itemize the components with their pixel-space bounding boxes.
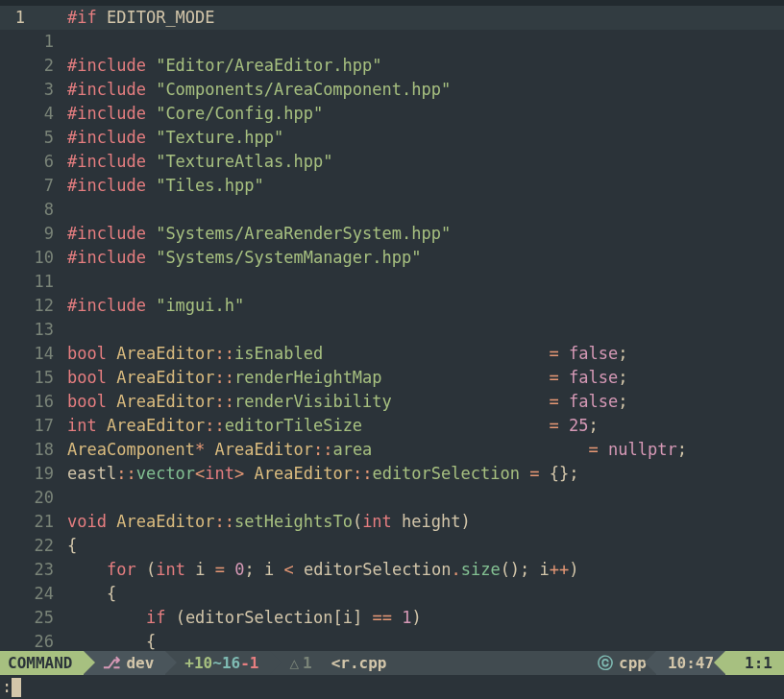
code-line[interactable]: 10#include "Systems/SystemManager.hpp" <box>0 246 784 270</box>
code-content[interactable]: #include "imgui.h" <box>58 294 784 318</box>
code-content[interactable]: #include "Editor/AreaEditor.hpp" <box>58 54 784 78</box>
gutter-relative: 18 <box>29 438 58 462</box>
code-line[interactable]: 22{ <box>0 534 784 558</box>
gutter-relative: 10 <box>29 246 58 270</box>
git-diff-segment: +10 ~16 -1 <box>165 651 270 675</box>
code-line[interactable]: 11 <box>0 270 784 294</box>
code-content[interactable]: bool AreaEditor::renderHeightMap = false… <box>58 366 784 390</box>
code-content[interactable]: #if EDITOR_MODE <box>58 6 784 30</box>
code-line[interactable]: 19eastl::vector<int> AreaEditor::editorS… <box>0 462 784 486</box>
code-content[interactable]: eastl::vector<int> AreaEditor::editorSel… <box>58 462 784 486</box>
code-line[interactable]: 20 <box>0 486 784 510</box>
gutter-relative: 9 <box>29 222 58 246</box>
gutter-relative: 25 <box>29 606 58 630</box>
gutter-relative: 15 <box>29 366 58 390</box>
command-line[interactable]: : <box>0 675 784 699</box>
gutter-relative: 11 <box>29 270 58 294</box>
gutter-relative: 12 <box>29 294 58 318</box>
code-content[interactable]: #include "Texture.hpp" <box>58 126 784 150</box>
code-line[interactable]: 23 for (int i = 0; i < editorSelection.s… <box>0 558 784 582</box>
filename-segment: <r.cpp <box>322 651 588 675</box>
git-branch-icon: ⎇ <box>103 651 120 675</box>
command-prompt: : <box>2 675 12 699</box>
gutter-relative: 8 <box>29 198 58 222</box>
code-line[interactable]: 18AreaComponent* AreaEditor::area = null… <box>0 438 784 462</box>
gutter-relative: 19 <box>29 462 58 486</box>
code-content[interactable]: bool AreaEditor::renderVisibility = fals… <box>58 390 784 414</box>
code-content[interactable]: if (editorSelection[i] == 1) <box>58 606 784 630</box>
gutter-relative: 4 <box>29 102 58 126</box>
gutter-relative: 6 <box>29 150 58 174</box>
gutter-relative: 21 <box>29 510 58 534</box>
git-branch-segment: ⎇ dev <box>84 651 165 675</box>
code-line[interactable]: 12#include "imgui.h" <box>0 294 784 318</box>
clock-label: 10:47 <box>668 651 714 675</box>
gutter-relative: 3 <box>29 78 58 102</box>
code-content[interactable]: #include "Systems/AreaRenderSystem.hpp" <box>58 222 784 246</box>
code-line[interactable]: 9#include "Systems/AreaRenderSystem.hpp" <box>0 222 784 246</box>
git-modified: ~16 <box>212 651 240 675</box>
code-content[interactable]: #include "Components/AreaComponent.hpp" <box>58 78 784 102</box>
code-line[interactable]: 25 if (editorSelection[i] == 1) <box>0 606 784 630</box>
code-line[interactable]: 21void AreaEditor::setHeightsTo(int heig… <box>0 510 784 534</box>
code-line[interactable]: 15bool AreaEditor::renderHeightMap = fal… <box>0 366 784 390</box>
code-content[interactable]: #include "Systems/SystemManager.hpp" <box>58 246 784 270</box>
gutter-relative: 7 <box>29 174 58 198</box>
gutter-relative: 17 <box>29 414 58 438</box>
gutter-relative: 2 <box>29 54 58 78</box>
cpp-icon: ⓒ <box>598 651 613 675</box>
git-deleted: -1 <box>240 651 258 675</box>
cursor-position-label: 1:1 <box>745 651 772 675</box>
statusline: COMMAND ⎇ dev +10 ~16 -1 △ 1 <r.cpp ⓒ cp… <box>0 651 784 675</box>
code-line[interactable]: 1#if EDITOR_MODE <box>0 6 784 30</box>
code-line[interactable]: 2#include "Editor/AreaEditor.hpp" <box>0 54 784 78</box>
filetype-label: cpp <box>619 651 647 675</box>
code-content[interactable]: #include "Tiles.hpp" <box>58 174 784 198</box>
git-added: +10 <box>184 651 212 675</box>
code-line[interactable]: 17int AreaEditor::editorTileSize = 25; <box>0 414 784 438</box>
code-content[interactable]: void AreaEditor::setHeightsTo(int height… <box>58 510 784 534</box>
code-line[interactable]: 7#include "Tiles.hpp" <box>0 174 784 198</box>
code-content[interactable]: #include "Core/Config.hpp" <box>58 102 784 126</box>
gutter-relative: 13 <box>29 318 58 342</box>
code-content[interactable]: #include "TextureAtlas.hpp" <box>58 150 784 174</box>
code-area[interactable]: 1#if EDITOR_MODE12#include "Editor/AreaE… <box>0 6 784 654</box>
code-line[interactable]: 14bool AreaEditor::isEnabled = false; <box>0 342 784 366</box>
editor-pane[interactable]: 1#if EDITOR_MODE12#include "Editor/AreaE… <box>0 0 784 699</box>
code-content[interactable]: for (int i = 0; i < editorSelection.size… <box>58 558 784 582</box>
code-line[interactable]: 16bool AreaEditor::renderVisibility = fa… <box>0 390 784 414</box>
cursor-position-segment: 1:1 <box>725 651 784 675</box>
code-line[interactable]: 24 { <box>0 582 784 606</box>
gutter-relative: 5 <box>29 126 58 150</box>
code-line[interactable]: 8 <box>0 198 784 222</box>
gutter-relative: 20 <box>29 486 58 510</box>
gutter-relative: 24 <box>29 582 58 606</box>
gutter-relative: 23 <box>29 558 58 582</box>
mode-label: COMMAND <box>8 651 72 675</box>
gutter-relative: 14 <box>29 342 58 366</box>
code-content[interactable]: bool AreaEditor::isEnabled = false; <box>58 342 784 366</box>
mode-indicator: COMMAND <box>0 651 84 675</box>
code-content[interactable]: AreaComponent* AreaEditor::area = nullpt… <box>58 438 784 462</box>
code-line[interactable]: 1 <box>0 30 784 54</box>
gutter-relative: 1 <box>29 30 58 54</box>
gutter-relative: 16 <box>29 390 58 414</box>
warning-icon: △ <box>289 651 299 675</box>
git-branch-name: dev <box>126 651 154 675</box>
code-content[interactable]: { <box>58 534 784 558</box>
code-content[interactable]: int AreaEditor::editorTileSize = 25; <box>58 414 784 438</box>
code-line[interactable]: 3#include "Components/AreaComponent.hpp" <box>0 78 784 102</box>
code-line[interactable]: 5#include "Texture.hpp" <box>0 126 784 150</box>
gutter-relative: 22 <box>29 534 58 558</box>
code-line[interactable]: 6#include "TextureAtlas.hpp" <box>0 150 784 174</box>
command-cursor <box>12 678 21 697</box>
code-line[interactable]: 13 <box>0 318 784 342</box>
code-content[interactable]: { <box>58 582 784 606</box>
gutter-absolute: 1 <box>0 6 29 30</box>
warning-count: 1 <box>303 651 312 675</box>
code-line[interactable]: 4#include "Core/Config.hpp" <box>0 102 784 126</box>
filename-label: <r.cpp <box>331 651 387 675</box>
